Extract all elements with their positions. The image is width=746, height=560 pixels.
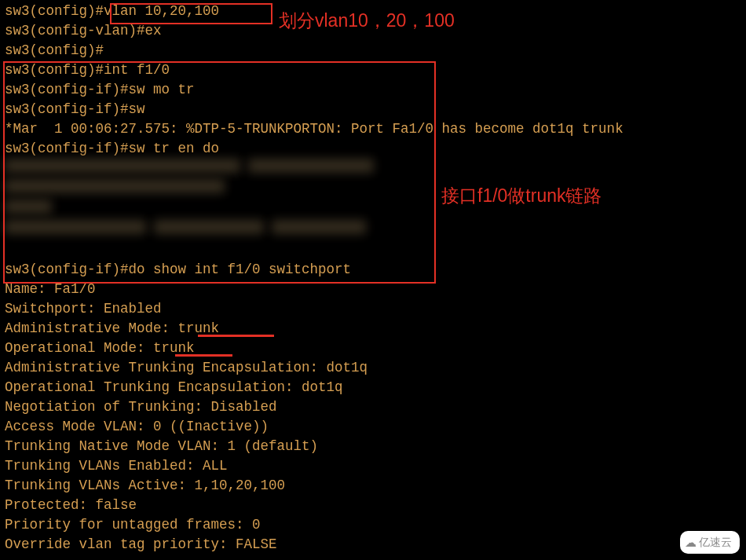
blurred-line [5, 220, 741, 240]
terminal-line: Trunking Native Mode VLAN: 1 (default) [5, 437, 741, 456]
terminal-line: Administrative Trunking Encapsulation: d… [5, 358, 741, 378]
terminal-line: Name: Fa1/0 [5, 280, 741, 299]
terminal-line: sw3(config-if)#sw [5, 100, 741, 119]
terminal-line: Administrative Mode: trunk [5, 319, 741, 339]
terminal-line: sw3(config)#int f1/0 [5, 60, 741, 80]
underline-trunk-2 [175, 354, 232, 357]
watermark-text: 亿速云 [699, 533, 732, 552]
terminal-line: sw3(config)# [5, 41, 741, 60]
annotation-text-vlan: 划分vlan10，20，100 [279, 11, 455, 31]
terminal-line: Operational Mode: trunk [5, 339, 741, 358]
terminal-line: *Mar 1 00:06:27.575: %DTP-5-TRUNKPORTON:… [5, 119, 741, 139]
terminal-line: Operational Trunking Encapsulation: dot1… [5, 378, 741, 397]
terminal-line: sw3(config-if)#sw tr en do [5, 139, 741, 159]
blurred-line [5, 199, 741, 220]
terminal-line: Negotiation of Trunking: Disabled [5, 397, 741, 417]
terminal-line: sw3(config-if)#do show int f1/0 switchpo… [5, 260, 741, 280]
terminal-line: Override vlan tag priority: FALSE [5, 535, 741, 555]
blurred-line [5, 159, 741, 179]
blurred-line [5, 179, 741, 199]
terminal-line: Trunking VLANs Enabled: ALL [5, 456, 741, 476]
annotation-text-trunk: 接口f1/0做trunk链路 [441, 186, 602, 206]
terminal-line: Protected: false [5, 496, 741, 515]
blurred-line [5, 240, 741, 260]
cloud-icon: ☁ [685, 533, 697, 552]
terminal-line: Switchport: Enabled [5, 299, 741, 319]
terminal-line: sw3(config-if)#sw mo tr [5, 80, 741, 100]
watermark-badge: ☁ 亿速云 [680, 531, 740, 554]
terminal-line: Priority for untagged frames: 0 [5, 515, 741, 535]
underline-trunk-1 [198, 335, 274, 337]
terminal-line: Trunking VLANs Active: 1,10,20,100 [5, 476, 741, 496]
terminal-line: Access Mode VLAN: 0 ((Inactive)) [5, 417, 741, 437]
